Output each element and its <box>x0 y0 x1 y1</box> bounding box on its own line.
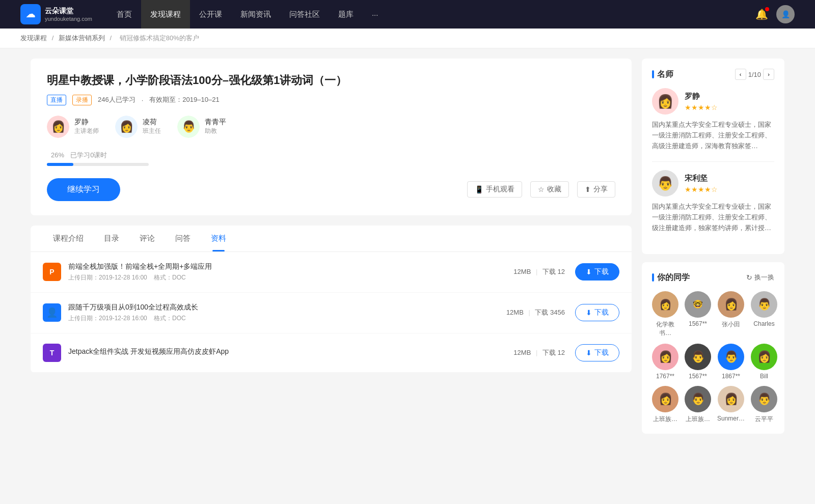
left-panel: 明星中教授课，小学阶段语法100分–强化级第1讲动词（一） 直播 录播 246人… <box>31 59 632 442</box>
nav-items: 首页 发现课程 公开课 新闻资讯 问答社区 题库 ··· <box>107 0 755 29</box>
right-panel: 名师 ‹ 1/10 › 👩 罗静 ★★★★☆ 国内某重点大学安全工程专业硕士，国… <box>642 59 784 442</box>
phone-icon: 📱 <box>475 185 483 193</box>
nav-item-discover[interactable]: 发现课程 <box>141 0 190 29</box>
tab-materials[interactable]: 资料 <box>201 226 236 251</box>
classmate-5-avatar: 👩 <box>652 344 678 370</box>
teacher-3-role: 助教 <box>205 127 226 135</box>
teacher-card-2-info: 宋利坚 ★★★★☆ <box>685 174 718 193</box>
file-name-1: 前端全栈加强版！前端全栈+全周期+多端应用 <box>68 262 513 271</box>
favorite-button[interactable]: ☆ 收藏 <box>530 181 569 198</box>
star-icon: ☆ <box>538 185 545 193</box>
classmates-panel-header: 你的同学 ↻ 换一换 <box>652 272 774 283</box>
refresh-classmates-button[interactable]: ↻ 换一换 <box>746 273 774 282</box>
classmate-10-name: 上班族… <box>686 415 710 424</box>
teacher-1: 👩 罗静 主讲老师 <box>47 116 99 138</box>
classmates-grid: 👩 化学教书… 🤓 1567** 👩 张小田 👨 Charles 👩 <box>652 291 774 424</box>
classmate-1: 👩 化学教书… <box>652 291 678 338</box>
tab-reviews[interactable]: 评论 <box>129 226 165 251</box>
teacher-3-name: 青青平 <box>205 118 226 127</box>
nav-item-open[interactable]: 公开课 <box>190 0 231 29</box>
badge-recorded: 录播 <box>72 95 92 105</box>
classmate-12: 👨 云平平 <box>751 386 777 424</box>
teacher-card-1-name: 罗静 <box>685 92 718 101</box>
classmates-panel: 你的同学 ↻ 换一换 👩 化学教书… 🤓 1567** 👩 张小田 <box>642 262 784 434</box>
classmate-1-name: 化学教书… <box>652 320 678 338</box>
teachers-row: 👩 罗静 主讲老师 👩 凌荷 班主任 <box>47 116 615 138</box>
teachers-page: 1/10 <box>748 71 761 78</box>
notification-dot <box>765 7 769 11</box>
classmate-12-name: 云平平 <box>755 415 773 424</box>
share-icon: ⬆ <box>585 185 591 193</box>
classmate-11-name: Sunmer… <box>717 415 745 422</box>
classmate-7: 👨 1867** <box>717 344 745 380</box>
teacher-2-role: 班主任 <box>143 127 161 135</box>
teachers-prev-btn[interactable]: ‹ <box>735 69 746 80</box>
file-info-2: 跟随千万级项目从0到100全过程高效成长 上传日期：2019-12-28 16:… <box>68 303 506 323</box>
course-students: 246人已学习 <box>98 95 135 104</box>
download-button-3[interactable]: ⬇ 下载 <box>575 344 619 361</box>
logo[interactable]: ☁ 云朵课堂 yundouketang.com <box>20 4 92 24</box>
download-icon-2: ⬇ <box>586 309 592 317</box>
file-stats-3: 12MB | 下载 12 <box>513 348 565 357</box>
course-valid: 有效期至：2019–10–21 <box>149 95 219 104</box>
nav-item-qa[interactable]: 问答社区 <box>280 0 329 29</box>
nav-item-home[interactable]: 首页 <box>107 0 141 29</box>
file-name-3: Jetpack全组件实战 开发短视频应用高仿皮皮虾App <box>68 347 513 356</box>
badge-live: 直播 <box>47 95 66 105</box>
breadcrumb-discover[interactable]: 发现课程 <box>20 34 47 42</box>
tabs-header: 课程介绍 目录 评论 问答 资料 <box>31 226 632 252</box>
teacher-2-name: 凌荷 <box>143 118 161 127</box>
classmates-panel-title: 你的同学 <box>652 272 690 283</box>
continue-study-button[interactable]: 继续学习 <box>47 178 120 201</box>
classmate-6-avatar: 👨 <box>685 344 711 370</box>
teachers-panel-header: 名师 ‹ 1/10 › <box>652 69 774 80</box>
file-icon-2: 👤 <box>43 303 61 322</box>
nav-item-more[interactable]: ··· <box>363 0 388 29</box>
tab-intro[interactable]: 课程介绍 <box>43 226 94 251</box>
classmate-10-avatar: 👨 <box>685 386 711 412</box>
nav-item-news[interactable]: 新闻资讯 <box>231 0 280 29</box>
download-button-1[interactable]: ⬇ 下载 <box>575 263 619 281</box>
course-header: 明星中教授课，小学阶段语法100分–强化级第1讲动词（一） 直播 录播 246人… <box>31 59 632 215</box>
teacher-1-role: 主讲老师 <box>74 127 99 135</box>
teacher-2-info: 凌荷 班主任 <box>143 118 161 135</box>
tab-catalog[interactable]: 目录 <box>94 226 129 251</box>
classmate-7-avatar: 👨 <box>718 344 744 370</box>
classmate-12-avatar: 👨 <box>751 386 777 412</box>
breadcrumb-series[interactable]: 新媒体营销系列 <box>59 34 105 42</box>
download-button-2[interactable]: ⬇ 下载 <box>575 304 619 321</box>
watch-phone-button[interactable]: 📱 手机观看 <box>467 181 522 198</box>
teacher-card-2: 👨 宋利坚 ★★★★☆ 国内某重点大学安全工程专业硕士，国家一级注册消防工程师、… <box>652 170 774 233</box>
tabs-card: 课程介绍 目录 评论 问答 资料 P 前端全栈加强版！前端全栈+全周期+多端应用… <box>31 226 632 373</box>
share-label: 分享 <box>593 185 608 194</box>
classmate-7-name: 1867** <box>722 373 740 380</box>
teachers-next-btn[interactable]: › <box>763 69 774 80</box>
action-buttons: 📱 手机观看 ☆ 收藏 ⬆ 分享 <box>467 181 615 198</box>
teacher-card-2-name: 宋利坚 <box>685 174 718 183</box>
file-item-3: T Jetpack全组件实战 开发短视频应用高仿皮皮虾App 12MB | 下载… <box>31 333 632 373</box>
download-icon-1: ⬇ <box>586 268 592 276</box>
favorite-label: 收藏 <box>547 185 561 194</box>
course-meta: 直播 录播 246人已学习 · 有效期至：2019–10–21 <box>47 95 615 105</box>
breadcrumb-sep1: / <box>52 34 56 42</box>
progress-bar-fill <box>47 163 73 166</box>
classmate-8-avatar: 👩 <box>751 344 777 370</box>
teacher-card-1-header: 👩 罗静 ★★★★☆ <box>652 88 774 115</box>
nav-item-exam[interactable]: 题库 <box>329 0 363 29</box>
file-meta-1: 上传日期：2019-12-28 16:00 格式：DOC <box>68 273 513 282</box>
teacher-divider <box>652 161 774 162</box>
course-title: 明星中教授课，小学阶段语法100分–强化级第1讲动词（一） <box>47 73 615 89</box>
share-button[interactable]: ⬆ 分享 <box>577 181 615 198</box>
navbar: ☁ 云朵课堂 yundouketang.com 首页 发现课程 公开课 新闻资讯… <box>0 0 815 29</box>
meta-dot: · <box>142 96 144 104</box>
bell-icon[interactable]: 🔔 <box>755 8 768 20</box>
teacher-3-avatar: 👨 <box>177 116 200 138</box>
teacher-3: 👨 青青平 助教 <box>177 116 226 138</box>
tab-qa[interactable]: 问答 <box>165 226 201 251</box>
refresh-icon: ↻ <box>746 273 752 282</box>
file-stats-1: 12MB | 下载 12 <box>513 267 565 276</box>
file-icon-1: P <box>43 263 61 281</box>
classmate-3-avatar: 👩 <box>718 291 744 318</box>
user-avatar-nav[interactable]: 👤 <box>776 5 795 23</box>
classmate-8: 👩 Bill <box>751 344 777 380</box>
